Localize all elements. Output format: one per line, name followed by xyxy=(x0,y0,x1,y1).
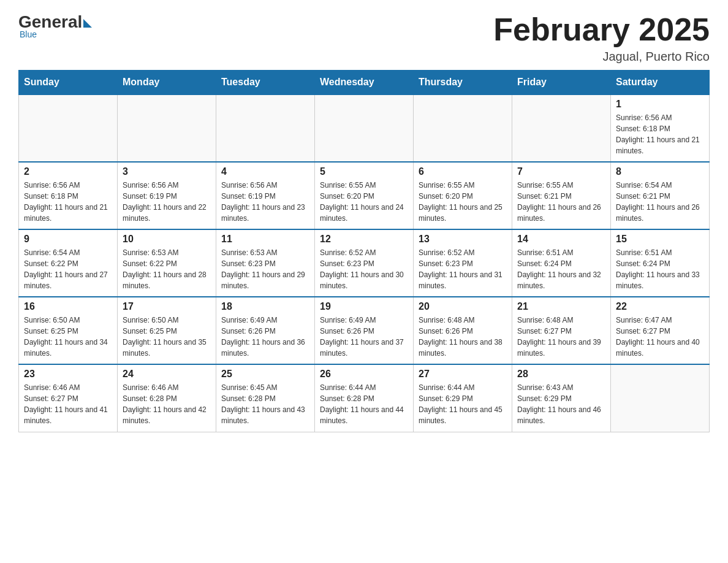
day-number: 25 xyxy=(221,369,309,380)
logo: General Blue xyxy=(18,12,92,39)
calendar-cell: 20Sunrise: 6:48 AMSunset: 6:26 PMDayligh… xyxy=(414,297,512,364)
day-info: Sunrise: 6:46 AMSunset: 6:27 PMDaylight:… xyxy=(24,382,112,426)
day-number: 4 xyxy=(221,166,309,177)
calendar-dow-tuesday: Tuesday xyxy=(216,71,315,95)
logo-blue-text: Blue xyxy=(20,29,37,39)
calendar-cell: 17Sunrise: 6:50 AMSunset: 6:25 PMDayligh… xyxy=(118,297,216,364)
calendar-cell: 14Sunrise: 6:51 AMSunset: 6:24 PMDayligh… xyxy=(512,229,611,297)
day-number: 10 xyxy=(123,234,211,245)
day-info: Sunrise: 6:52 AMSunset: 6:23 PMDaylight:… xyxy=(320,247,408,291)
calendar-cell: 18Sunrise: 6:49 AMSunset: 6:26 PMDayligh… xyxy=(216,297,315,364)
day-info: Sunrise: 6:49 AMSunset: 6:26 PMDaylight:… xyxy=(221,315,309,359)
day-number: 28 xyxy=(517,369,605,380)
day-number: 21 xyxy=(517,301,605,312)
day-number: 12 xyxy=(320,234,408,245)
calendar-cell: 26Sunrise: 6:44 AMSunset: 6:28 PMDayligh… xyxy=(315,364,414,432)
day-info: Sunrise: 6:56 AMSunset: 6:19 PMDaylight:… xyxy=(123,180,211,224)
day-info: Sunrise: 6:55 AMSunset: 6:20 PMDaylight:… xyxy=(320,180,408,224)
title-area: February 2025 Jagual, Puerto Rico xyxy=(493,12,710,64)
day-number: 22 xyxy=(616,301,704,312)
day-number: 16 xyxy=(24,301,112,312)
calendar-cell: 25Sunrise: 6:45 AMSunset: 6:28 PMDayligh… xyxy=(216,364,315,432)
calendar-week-row: 1Sunrise: 6:56 AMSunset: 6:18 PMDaylight… xyxy=(19,94,710,162)
day-info: Sunrise: 6:45 AMSunset: 6:28 PMDaylight:… xyxy=(221,382,309,426)
day-info: Sunrise: 6:55 AMSunset: 6:21 PMDaylight:… xyxy=(517,180,605,224)
calendar-cell: 4Sunrise: 6:56 AMSunset: 6:19 PMDaylight… xyxy=(216,162,315,229)
day-info: Sunrise: 6:43 AMSunset: 6:29 PMDaylight:… xyxy=(517,382,605,426)
calendar-cell: 6Sunrise: 6:55 AMSunset: 6:20 PMDaylight… xyxy=(414,162,512,229)
day-info: Sunrise: 6:49 AMSunset: 6:26 PMDaylight:… xyxy=(320,315,408,359)
calendar-cell xyxy=(414,94,512,162)
day-number: 26 xyxy=(320,369,408,380)
day-info: Sunrise: 6:46 AMSunset: 6:28 PMDaylight:… xyxy=(123,382,211,426)
calendar-cell: 5Sunrise: 6:55 AMSunset: 6:20 PMDaylight… xyxy=(315,162,414,229)
calendar-cell xyxy=(19,94,118,162)
day-number: 13 xyxy=(419,234,507,245)
day-info: Sunrise: 6:56 AMSunset: 6:18 PMDaylight:… xyxy=(24,180,112,224)
day-number: 15 xyxy=(616,234,704,245)
month-title: February 2025 xyxy=(493,12,710,47)
day-info: Sunrise: 6:56 AMSunset: 6:19 PMDaylight:… xyxy=(221,180,309,224)
day-number: 7 xyxy=(517,166,605,177)
day-number: 1 xyxy=(616,99,704,110)
day-number: 20 xyxy=(419,301,507,312)
calendar-cell: 9Sunrise: 6:54 AMSunset: 6:22 PMDaylight… xyxy=(19,229,118,297)
day-number: 9 xyxy=(24,234,112,245)
calendar-dow-thursday: Thursday xyxy=(414,71,512,95)
calendar-cell: 28Sunrise: 6:43 AMSunset: 6:29 PMDayligh… xyxy=(512,364,611,432)
calendar-cell: 16Sunrise: 6:50 AMSunset: 6:25 PMDayligh… xyxy=(19,297,118,364)
day-number: 18 xyxy=(221,301,309,312)
day-info: Sunrise: 6:51 AMSunset: 6:24 PMDaylight:… xyxy=(616,247,704,291)
day-number: 17 xyxy=(123,301,211,312)
day-info: Sunrise: 6:52 AMSunset: 6:23 PMDaylight:… xyxy=(419,247,507,291)
calendar-cell xyxy=(315,94,414,162)
calendar-cell: 15Sunrise: 6:51 AMSunset: 6:24 PMDayligh… xyxy=(611,229,710,297)
calendar-table: SundayMondayTuesdayWednesdayThursdayFrid… xyxy=(18,70,710,432)
calendar-cell: 2Sunrise: 6:56 AMSunset: 6:18 PMDaylight… xyxy=(19,162,118,229)
day-info: Sunrise: 6:56 AMSunset: 6:18 PMDaylight:… xyxy=(616,112,704,156)
day-info: Sunrise: 6:48 AMSunset: 6:26 PMDaylight:… xyxy=(419,315,507,359)
calendar-week-row: 2Sunrise: 6:56 AMSunset: 6:18 PMDaylight… xyxy=(19,162,710,229)
calendar-cell: 22Sunrise: 6:47 AMSunset: 6:27 PMDayligh… xyxy=(611,297,710,364)
day-number: 2 xyxy=(24,166,112,177)
calendar-cell: 13Sunrise: 6:52 AMSunset: 6:23 PMDayligh… xyxy=(414,229,512,297)
day-info: Sunrise: 6:55 AMSunset: 6:20 PMDaylight:… xyxy=(419,180,507,224)
calendar-cell xyxy=(216,94,315,162)
calendar-cell: 3Sunrise: 6:56 AMSunset: 6:19 PMDaylight… xyxy=(118,162,216,229)
calendar-cell xyxy=(512,94,611,162)
calendar-week-row: 9Sunrise: 6:54 AMSunset: 6:22 PMDaylight… xyxy=(19,229,710,297)
calendar-header-row: SundayMondayTuesdayWednesdayThursdayFrid… xyxy=(19,71,710,95)
calendar-dow-wednesday: Wednesday xyxy=(315,71,414,95)
calendar-dow-sunday: Sunday xyxy=(19,71,118,95)
day-number: 3 xyxy=(123,166,211,177)
location: Jagual, Puerto Rico xyxy=(493,50,710,64)
calendar-cell: 10Sunrise: 6:53 AMSunset: 6:22 PMDayligh… xyxy=(118,229,216,297)
calendar-dow-saturday: Saturday xyxy=(611,71,710,95)
day-info: Sunrise: 6:51 AMSunset: 6:24 PMDaylight:… xyxy=(517,247,605,291)
day-info: Sunrise: 6:44 AMSunset: 6:28 PMDaylight:… xyxy=(320,382,408,426)
calendar-dow-friday: Friday xyxy=(512,71,611,95)
calendar-cell xyxy=(611,364,710,432)
day-number: 23 xyxy=(24,369,112,380)
day-info: Sunrise: 6:50 AMSunset: 6:25 PMDaylight:… xyxy=(24,315,112,359)
calendar-cell: 11Sunrise: 6:53 AMSunset: 6:23 PMDayligh… xyxy=(216,229,315,297)
day-number: 5 xyxy=(320,166,408,177)
day-number: 14 xyxy=(517,234,605,245)
day-info: Sunrise: 6:53 AMSunset: 6:22 PMDaylight:… xyxy=(123,247,211,291)
day-number: 19 xyxy=(320,301,408,312)
calendar-cell: 27Sunrise: 6:44 AMSunset: 6:29 PMDayligh… xyxy=(414,364,512,432)
logo-arrow-icon xyxy=(83,19,92,28)
calendar-cell: 7Sunrise: 6:55 AMSunset: 6:21 PMDaylight… xyxy=(512,162,611,229)
day-info: Sunrise: 6:50 AMSunset: 6:25 PMDaylight:… xyxy=(123,315,211,359)
day-info: Sunrise: 6:48 AMSunset: 6:27 PMDaylight:… xyxy=(517,315,605,359)
day-info: Sunrise: 6:47 AMSunset: 6:27 PMDaylight:… xyxy=(616,315,704,359)
calendar-dow-monday: Monday xyxy=(118,71,216,95)
calendar-cell: 19Sunrise: 6:49 AMSunset: 6:26 PMDayligh… xyxy=(315,297,414,364)
calendar-cell: 21Sunrise: 6:48 AMSunset: 6:27 PMDayligh… xyxy=(512,297,611,364)
day-info: Sunrise: 6:54 AMSunset: 6:21 PMDaylight:… xyxy=(616,180,704,224)
day-number: 11 xyxy=(221,234,309,245)
day-number: 8 xyxy=(616,166,704,177)
day-info: Sunrise: 6:54 AMSunset: 6:22 PMDaylight:… xyxy=(24,247,112,291)
day-info: Sunrise: 6:53 AMSunset: 6:23 PMDaylight:… xyxy=(221,247,309,291)
calendar-cell: 8Sunrise: 6:54 AMSunset: 6:21 PMDaylight… xyxy=(611,162,710,229)
